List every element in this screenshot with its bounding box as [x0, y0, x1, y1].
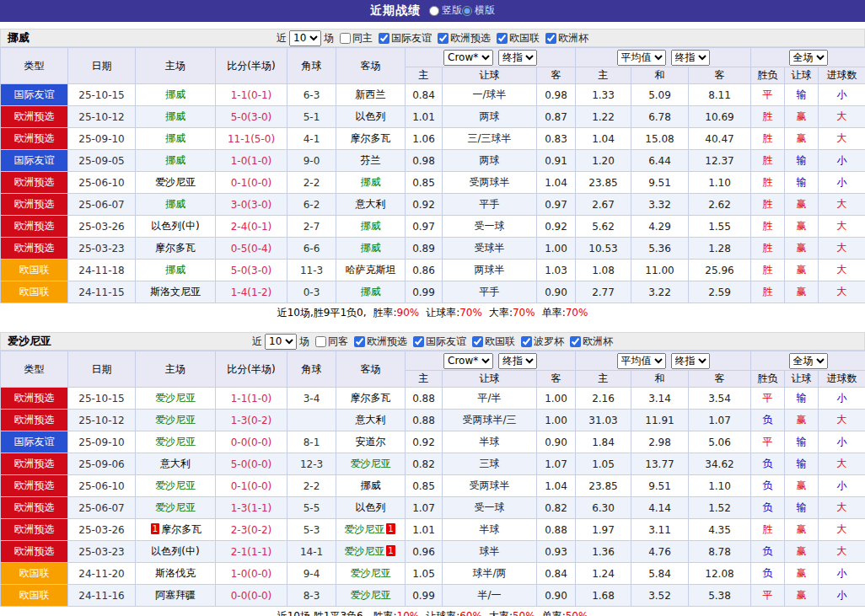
home-team[interactable]: 以色列(中)	[151, 220, 199, 232]
home-team[interactable]: 斯洛伐克	[155, 567, 196, 579]
score-link[interactable]: 0-0(0-0)	[216, 431, 287, 453]
same-venue-filter[interactable]: 同主	[340, 31, 373, 46]
column-header: 和	[631, 67, 689, 84]
away-team[interactable]: 挪威	[361, 176, 381, 188]
away-team[interactable]: 挪威	[361, 286, 381, 297]
score-link[interactable]: 1-1(0-1)	[216, 84, 287, 106]
average-select[interactable]: 平均值	[617, 353, 666, 369]
league-filter-欧洲预选[interactable]: 欧洲预选	[438, 31, 491, 46]
scope-select[interactable]: 全场	[789, 50, 828, 66]
league-filter-欧洲杯[interactable]: 欧洲杯	[570, 335, 613, 349]
away-team[interactable]: 安道尔	[356, 436, 386, 447]
view-option-横版[interactable]: 横版	[462, 3, 495, 18]
score-link[interactable]: 2-3(0-2)	[216, 519, 287, 541]
score-link[interactable]: 2-4(0-1)	[216, 216, 287, 238]
score-link[interactable]: 1-0(0-0)	[216, 563, 287, 585]
away-team[interactable]: 爱沙尼亚	[344, 545, 384, 557]
league-filter-checkbox[interactable]	[545, 33, 556, 44]
away-team[interactable]: 爱沙尼亚	[351, 567, 391, 579]
league-filter-checkbox[interactable]	[472, 336, 483, 347]
score-link[interactable]: 5-0(0-0)	[216, 453, 287, 475]
home-team[interactable]: 以色列(中)	[151, 545, 199, 557]
home-team[interactable]: 摩尔多瓦	[155, 242, 196, 254]
same-venue-filter[interactable]: 同客	[315, 335, 348, 349]
away-team[interactable]: 挪威	[361, 242, 381, 254]
league-filter-波罗杯[interactable]: 波罗杯	[521, 335, 564, 349]
home-team[interactable]: 意大利	[160, 458, 191, 469]
home-team[interactable]: 爱沙尼亚	[155, 414, 196, 426]
home-team[interactable]: 爱沙尼亚	[155, 392, 196, 404]
away-team[interactable]: 意大利	[356, 198, 386, 210]
score-link[interactable]: 1-4(1-2)	[216, 281, 287, 303]
home-team[interactable]: 挪威	[165, 198, 185, 210]
score-link[interactable]: 0-5(0-4)	[216, 238, 287, 260]
same-venue-checkbox[interactable]	[340, 33, 351, 44]
away-team[interactable]: 爱沙尼亚	[351, 458, 391, 469]
goals-result: 大	[819, 128, 865, 150]
league-filter-checkbox[interactable]	[521, 336, 532, 347]
recent-count-select[interactable]: 10	[289, 30, 321, 46]
home-team[interactable]: 挪威	[165, 154, 185, 166]
final-odds-select[interactable]: 终指	[498, 50, 537, 66]
home-team[interactable]: 爱沙尼亚	[155, 176, 196, 188]
home-team[interactable]: 挪威	[165, 110, 185, 122]
league-filter-欧洲杯[interactable]: 欧洲杯	[545, 31, 588, 46]
league-filter-checkbox[interactable]	[438, 33, 449, 44]
final-odds-select[interactable]: 终指	[498, 353, 537, 369]
away-team[interactable]: 哈萨克斯坦	[346, 264, 396, 276]
odds-source-select[interactable]: Crow*	[443, 353, 493, 369]
score-link[interactable]: 11-1(5-0)	[216, 128, 287, 150]
home-team[interactable]: 挪威	[165, 264, 185, 276]
league-filter-checkbox[interactable]	[497, 33, 508, 44]
home-team[interactable]: 挪威	[165, 88, 185, 100]
score-link[interactable]: 0-1(0-0)	[216, 475, 287, 497]
away-team[interactable]: 新西兰	[356, 88, 386, 100]
score-link[interactable]: 1-1(1-0)	[216, 388, 287, 410]
league-filter-国际友谊[interactable]: 国际友谊	[413, 335, 466, 349]
home-team[interactable]: 爱沙尼亚	[155, 501, 196, 513]
away-team[interactable]: 以色列	[356, 110, 386, 122]
recent-count-select[interactable]: 10	[265, 334, 297, 350]
league-filter-checkbox[interactable]	[379, 33, 390, 44]
away-team[interactable]: 摩尔多瓦	[351, 132, 391, 144]
away-team[interactable]: 以色列	[356, 501, 386, 513]
league-filter-欧国联[interactable]: 欧国联	[472, 335, 515, 349]
score-link[interactable]: 5-0(3-0)	[216, 260, 287, 281]
score-link[interactable]: 0-1(0-0)	[216, 172, 287, 194]
away-team[interactable]: 挪威	[361, 220, 381, 232]
odds-source-select[interactable]: Crow*	[443, 50, 493, 66]
score-link[interactable]: 2-1(1-1)	[216, 541, 287, 563]
average-select[interactable]: 平均值	[617, 50, 666, 66]
scope-select[interactable]: 全场	[789, 353, 828, 369]
away-team[interactable]: 爱沙尼亚	[344, 523, 384, 535]
score-link[interactable]: 1-3(1-1)	[216, 497, 287, 519]
away-team[interactable]: 挪威	[361, 479, 381, 491]
score-link[interactable]: 5-0(3-0)	[216, 106, 287, 128]
home-team[interactable]: 爱沙尼亚	[155, 479, 196, 491]
home-team[interactable]: 斯洛文尼亚	[150, 286, 201, 297]
score-link[interactable]: 0-0(0-0)	[216, 585, 287, 607]
league-filter-欧洲预选[interactable]: 欧洲预选	[354, 335, 407, 349]
league-filter-欧国联[interactable]: 欧国联	[497, 31, 540, 46]
score-link[interactable]: 1-3(0-2)	[216, 410, 287, 431]
home-team[interactable]: 挪威	[165, 132, 185, 144]
away-team[interactable]: 芬兰	[361, 154, 381, 166]
score-link[interactable]: 3-0(3-0)	[216, 194, 287, 216]
final-odds-select[interactable]: 终指	[671, 353, 710, 369]
same-venue-checkbox[interactable]	[315, 336, 326, 347]
view-option-竖版[interactable]: 竖版	[429, 3, 462, 18]
view-radio[interactable]	[429, 6, 439, 16]
score-link[interactable]: 1-0(1-0)	[216, 150, 287, 172]
view-radio[interactable]	[462, 6, 472, 16]
away-team[interactable]: 意大利	[356, 414, 386, 426]
home-team[interactable]: 摩尔多瓦	[161, 523, 201, 535]
league-filter-国际友谊[interactable]: 国际友谊	[379, 31, 432, 46]
away-team[interactable]: 摩尔多瓦	[351, 392, 391, 404]
final-odds-select[interactable]: 终指	[671, 50, 710, 66]
league-filter-checkbox[interactable]	[413, 336, 424, 347]
league-filter-checkbox[interactable]	[354, 336, 365, 347]
league-filter-checkbox[interactable]	[570, 336, 581, 347]
home-team[interactable]: 爱沙尼亚	[155, 436, 196, 447]
home-team[interactable]: 阿塞拜疆	[155, 589, 196, 601]
away-team[interactable]: 爱沙尼亚	[351, 589, 391, 601]
